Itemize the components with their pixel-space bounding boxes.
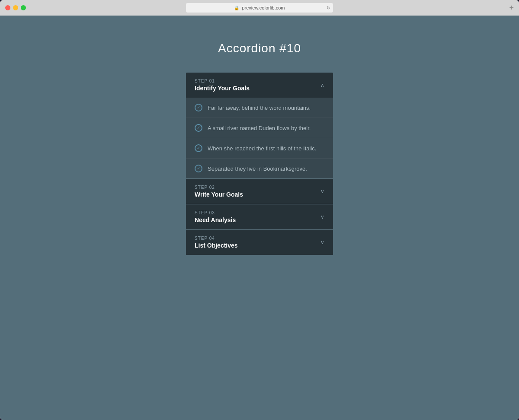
accordion-item-step03: STEP 03Need Analysis∨ (186, 204, 333, 230)
check-icon-0-3 (195, 165, 202, 172)
content-item-0-0: Far far away, behind the word mountains. (186, 98, 333, 118)
accordion-header-left-step02: STEP 02Write Your Goals (195, 185, 243, 198)
content-text-0-1: A small river named Duden flows by their… (208, 125, 311, 131)
browser-buttons (5, 5, 26, 10)
check-icon-0-1 (195, 124, 202, 132)
accordion-item-step02: STEP 02Write Your Goals∨ (186, 179, 333, 204)
step-title-step04: List Objectives (195, 242, 238, 249)
content-text-0-2: When she reached the first hills of the … (208, 145, 316, 152)
accordion-header-step03[interactable]: STEP 03Need Analysis∨ (186, 204, 333, 229)
content-text-0-3: Separated they live in Bookmarksgrove. (208, 165, 307, 172)
step-label-step04: STEP 04 (195, 236, 238, 241)
accordion-header-step01[interactable]: STEP 01Identify Your Goals∧ (186, 73, 333, 98)
maximize-button[interactable] (21, 5, 26, 10)
content-text-0-0: Far far away, behind the word mountains. (208, 105, 311, 111)
accordion: STEP 01Identify Your Goals∧Far far away,… (186, 73, 333, 255)
chevron-icon-step03: ∨ (320, 214, 324, 220)
step-title-step03: Need Analysis (195, 216, 236, 223)
check-icon-0-2 (195, 144, 202, 152)
browser-content: Accordion #10 STEP 01Identify Your Goals… (0, 16, 519, 420)
step-title-step01: Identify Your Goals (195, 85, 250, 92)
step-label-step01: STEP 01 (195, 79, 250, 83)
browser-window: 🔒 preview.colorlib.com ↻ + Accordion #10… (0, 0, 519, 420)
accordion-header-step02[interactable]: STEP 02Write Your Goals∨ (186, 179, 333, 204)
accordion-header-step04[interactable]: STEP 04List Objectives∨ (186, 230, 333, 255)
check-icon-0-0 (195, 104, 202, 111)
refresh-icon[interactable]: ↻ (327, 5, 330, 11)
accordion-item-step04: STEP 04List Objectives∨ (186, 230, 333, 255)
accordion-header-left-step04: STEP 04List Objectives (195, 236, 238, 249)
lock-icon: 🔒 (234, 6, 239, 10)
step-label-step03: STEP 03 (195, 210, 236, 215)
close-button[interactable] (5, 5, 10, 10)
accordion-header-left-step01: STEP 01Identify Your Goals (195, 79, 250, 92)
accordion-header-left-step03: STEP 03Need Analysis (195, 210, 236, 223)
address-bar[interactable]: 🔒 preview.colorlib.com ↻ (186, 3, 333, 13)
chevron-icon-step02: ∨ (320, 188, 324, 194)
content-item-0-2: When she reached the first hills of the … (186, 138, 333, 159)
content-item-0-3: Separated they live in Bookmarksgrove. (186, 159, 333, 178)
address-text: preview.colorlib.com (242, 5, 285, 10)
step-label-step02: STEP 02 (195, 185, 243, 190)
content-item-0-1: A small river named Duden flows by their… (186, 118, 333, 138)
new-tab-button[interactable]: + (509, 4, 514, 12)
browser-titlebar: 🔒 preview.colorlib.com ↻ + (0, 0, 519, 16)
chevron-icon-step04: ∨ (320, 239, 324, 245)
page-title: Accordion #10 (218, 41, 301, 55)
accordion-item-step01: STEP 01Identify Your Goals∧Far far away,… (186, 73, 333, 179)
accordion-content-step01: Far far away, behind the word mountains.… (186, 98, 333, 178)
minimize-button[interactable] (13, 5, 18, 10)
chevron-icon-step01: ∧ (320, 82, 324, 88)
step-title-step02: Write Your Goals (195, 191, 243, 198)
